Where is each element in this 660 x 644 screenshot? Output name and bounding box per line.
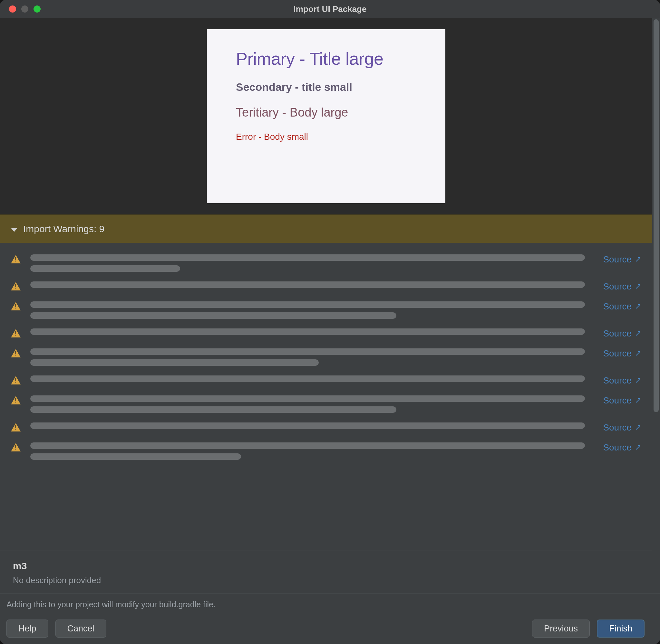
dialog-footer: Adding this to your project will modify … [0, 593, 660, 644]
warning-icon [11, 375, 22, 385]
warning-message [30, 328, 585, 335]
external-link-icon: ↗ [635, 423, 641, 432]
warning-icon [11, 281, 22, 291]
warning-icon [11, 348, 22, 358]
warning-row: Source↗ [11, 422, 641, 433]
preview-text-tertiary: Teritiary - Body large [236, 106, 416, 119]
preview-card: Primary - Title large Secondary - title … [207, 29, 445, 203]
redacted-text-line [30, 265, 180, 272]
redacted-text-line [30, 359, 319, 366]
redacted-text-line [30, 348, 585, 355]
package-description: No description provided [13, 575, 639, 585]
warning-row: Source↗ [11, 328, 641, 339]
warnings-list: Source↗Source↗Source↗Source↗Source↗Sourc… [0, 243, 652, 551]
close-window-button[interactable] [9, 5, 16, 13]
warning-row: Source↗ [11, 375, 641, 386]
source-link-label: Source [603, 254, 632, 265]
warning-source-link[interactable]: Source↗ [593, 442, 641, 453]
redacted-text-line [30, 281, 585, 288]
source-link-label: Source [603, 301, 632, 312]
warning-source-link[interactable]: Source↗ [593, 395, 641, 406]
warning-row: Source↗ [11, 442, 641, 460]
source-link-label: Source [603, 442, 632, 453]
dialog-window: Import UI Package Primary - Title large … [0, 0, 660, 644]
warning-icon [11, 422, 22, 432]
warning-icon [11, 328, 22, 338]
warning-message [30, 395, 585, 413]
preview-area: Primary - Title large Secondary - title … [0, 18, 652, 214]
warning-message [30, 422, 585, 429]
warning-message [30, 348, 585, 366]
package-name: m3 [13, 560, 639, 572]
redacted-text-line [30, 328, 585, 335]
redacted-text-line [30, 395, 585, 402]
redacted-text-line [30, 406, 396, 413]
warning-message [30, 375, 585, 382]
cancel-button[interactable]: Cancel [56, 620, 106, 638]
external-link-icon: ↗ [635, 349, 641, 358]
titlebar: Import UI Package [0, 0, 660, 18]
warning-source-link[interactable]: Source↗ [593, 348, 641, 359]
redacted-text-line [30, 254, 585, 261]
redacted-text-line [30, 453, 241, 460]
source-link-label: Source [603, 422, 632, 433]
warning-source-link[interactable]: Source↗ [593, 328, 641, 339]
external-link-icon: ↗ [635, 255, 641, 264]
window-controls [9, 5, 41, 13]
zoom-window-button[interactable] [34, 5, 41, 13]
package-info-section: m3 No description provided [0, 551, 652, 593]
warning-source-link[interactable]: Source↗ [593, 254, 641, 265]
warning-source-link[interactable]: Source↗ [593, 422, 641, 433]
external-link-icon: ↗ [635, 302, 641, 311]
import-warnings-label: Import Warnings: 9 [23, 224, 104, 234]
external-link-icon: ↗ [635, 282, 641, 291]
redacted-text-line [30, 442, 585, 449]
redacted-text-line [30, 422, 585, 429]
previous-button[interactable]: Previous [532, 620, 590, 638]
warning-row: Source↗ [11, 395, 641, 413]
warning-message [30, 281, 585, 288]
source-link-label: Source [603, 348, 632, 359]
warning-icon [11, 254, 22, 263]
chevron-down-icon [11, 228, 17, 232]
warning-message [30, 301, 585, 319]
warning-source-link[interactable]: Source↗ [593, 281, 641, 292]
warning-icon [11, 395, 22, 405]
warning-icon [11, 301, 22, 310]
external-link-icon: ↗ [635, 443, 641, 452]
minimize-window-button[interactable] [21, 5, 28, 13]
source-link-label: Source [603, 395, 632, 406]
external-link-icon: ↗ [635, 376, 641, 385]
footer-note: Adding this to your project will modify … [6, 600, 644, 620]
source-link-label: Source [603, 281, 632, 292]
button-row: Help Cancel Previous Finish [6, 620, 644, 638]
warning-message [30, 442, 585, 460]
source-link-label: Source [603, 375, 632, 386]
redacted-text-line [30, 375, 585, 382]
preview-text-secondary: Secondary - title small [236, 81, 416, 93]
external-link-icon: ↗ [635, 329, 641, 338]
finish-button[interactable]: Finish [597, 620, 644, 638]
warning-row: Source↗ [11, 281, 641, 292]
warning-icon [11, 442, 22, 452]
warning-row: Source↗ [11, 301, 641, 319]
source-link-label: Source [603, 328, 632, 339]
warning-row: Source↗ [11, 254, 641, 272]
window-title: Import UI Package [0, 4, 660, 14]
preview-text-error: Error - Body small [236, 132, 416, 142]
vertical-scrollbar-track[interactable] [652, 18, 660, 593]
warning-message [30, 254, 585, 272]
warning-row: Source↗ [11, 348, 641, 366]
import-warnings-banner[interactable]: Import Warnings: 9 [0, 214, 652, 243]
warning-source-link[interactable]: Source↗ [593, 375, 641, 386]
warning-source-link[interactable]: Source↗ [593, 301, 641, 312]
redacted-text-line [30, 301, 585, 308]
vertical-scrollbar-thumb[interactable] [654, 19, 659, 412]
help-button[interactable]: Help [6, 620, 48, 638]
preview-text-primary: Primary - Title large [236, 49, 416, 69]
redacted-text-line [30, 312, 396, 319]
external-link-icon: ↗ [635, 396, 641, 405]
